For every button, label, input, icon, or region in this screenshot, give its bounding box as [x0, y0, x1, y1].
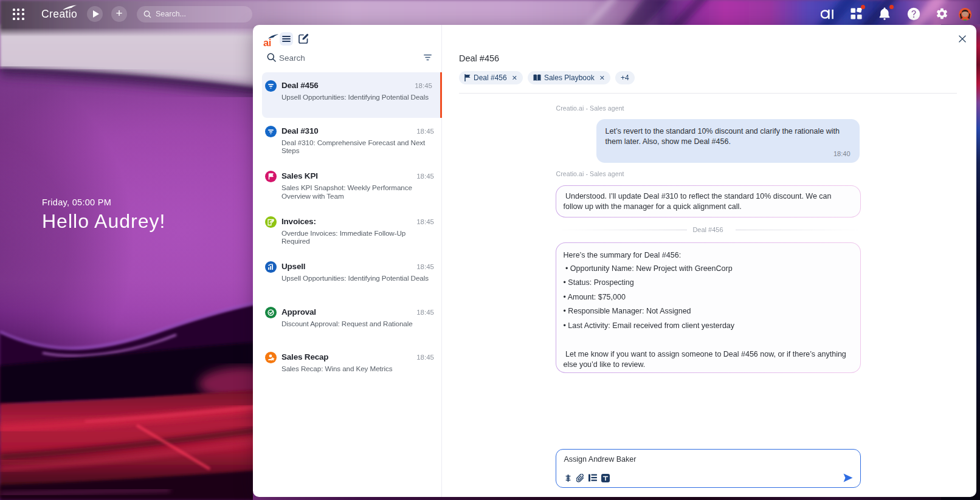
- svg-text:ai: ai: [263, 37, 271, 47]
